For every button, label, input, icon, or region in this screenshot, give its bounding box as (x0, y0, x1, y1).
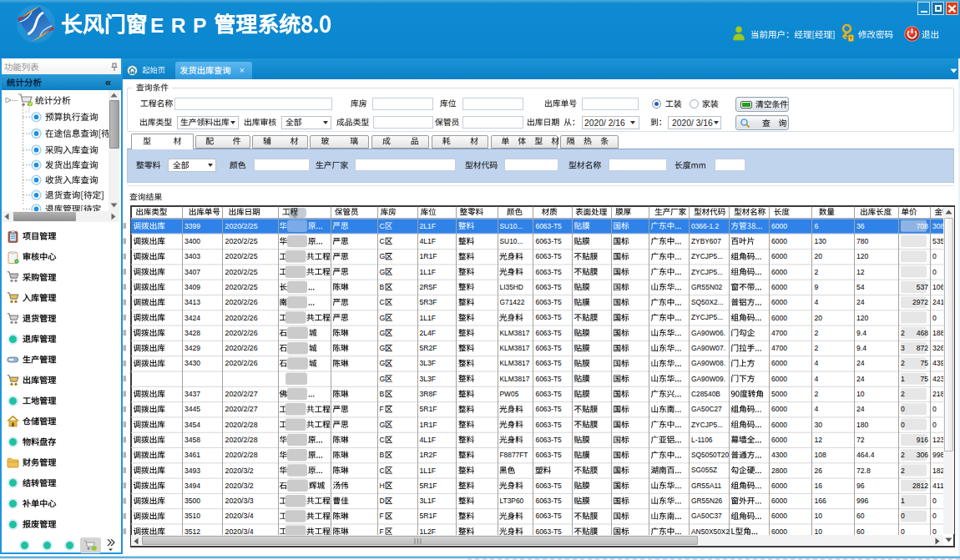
svg-text:G71422: G71422 (500, 298, 525, 306)
svg-text:6063-T5: 6063-T5 (536, 329, 563, 337)
svg-text:6063-T5: 6063-T5 (536, 512, 563, 520)
svg-text:96: 96 (856, 482, 865, 490)
svg-text:6000: 6000 (771, 283, 787, 291)
svg-text:G: G (380, 375, 386, 383)
svg-text:6063-T5: 6063-T5 (536, 268, 563, 276)
svg-text:3430: 3430 (184, 359, 200, 367)
svg-text:1: 1 (901, 375, 905, 383)
svg-text:2: 2 (901, 329, 905, 337)
svg-text:G: G (380, 252, 386, 260)
svg-text:60: 60 (856, 512, 865, 520)
svg-text:LI35HD: LI35HD (500, 283, 523, 291)
svg-text:GR55A11: GR55A11 (691, 482, 721, 490)
svg-text:3454: 3454 (184, 421, 200, 429)
svg-text:KLM3817: KLM3817 (500, 375, 530, 383)
svg-text:GA90W08.: GA90W08. (691, 359, 725, 367)
svg-text:H: H (380, 482, 385, 490)
svg-text:6063-T5: 6063-T5 (536, 497, 563, 505)
svg-text:60: 60 (856, 527, 865, 536)
svg-text:2020/2/27: 2020/2/27 (225, 390, 258, 398)
svg-text:24: 24 (856, 405, 865, 413)
svg-text:B: B (380, 390, 385, 398)
svg-text:KLM3817: KLM3817 (500, 329, 530, 337)
svg-text:108: 108 (815, 451, 827, 459)
svg-text:6063-T5: 6063-T5 (536, 313, 563, 321)
svg-text:1: 1 (901, 497, 905, 505)
svg-text:2020/2/26: 2020/2/26 (225, 329, 258, 337)
svg-text:4: 4 (815, 405, 819, 413)
svg-text:C: C (380, 298, 385, 306)
svg-text:130: 130 (815, 237, 827, 245)
svg-text:123: 123 (932, 436, 945, 444)
svg-text:GA50C27: GA50C27 (691, 405, 722, 413)
svg-text:0: 0 (932, 268, 937, 276)
svg-text:0: 0 (932, 405, 937, 413)
svg-text:C: C (380, 436, 385, 444)
svg-text:26: 26 (815, 467, 823, 475)
svg-text:6000: 6000 (771, 527, 787, 536)
svg-text:SG055Z: SG055Z (691, 466, 717, 474)
svg-text:6000: 6000 (771, 222, 787, 230)
svg-text:GA50C37: GA50C37 (691, 512, 722, 520)
svg-text:2: 2 (815, 329, 819, 337)
svg-text:306: 306 (917, 451, 929, 459)
svg-text:1R1F: 1R1F (420, 421, 437, 429)
svg-text:0: 0 (901, 512, 905, 520)
svg-text:12: 12 (815, 436, 823, 444)
svg-text:3494: 3494 (184, 482, 200, 490)
svg-text:6063-T5: 6063-T5 (536, 252, 563, 260)
svg-text:4: 4 (815, 359, 819, 367)
svg-text:326: 326 (932, 344, 945, 352)
svg-text:9: 9 (815, 283, 819, 291)
svg-text:2020/3/4: 2020/3/4 (225, 527, 254, 536)
svg-text:5R3F: 5R3F (420, 298, 437, 306)
svg-text:2: 2 (815, 344, 819, 352)
svg-text:2L1F: 2L1F (420, 222, 437, 230)
svg-text:L-1106: L-1106 (691, 436, 713, 444)
svg-text:D: D (380, 497, 385, 505)
svg-text:G: G (380, 268, 386, 276)
svg-text:537: 537 (917, 283, 929, 291)
svg-text:24: 24 (856, 375, 865, 383)
svg-text:LT3P60: LT3P60 (500, 497, 524, 505)
svg-text:2020/2/25: 2020/2/25 (225, 268, 258, 276)
svg-text:F: F (380, 512, 384, 520)
svg-text:2020/3/2: 2020/3/2 (225, 467, 254, 475)
svg-text:6000: 6000 (771, 375, 787, 383)
svg-text:72: 72 (856, 436, 865, 444)
svg-text:24: 24 (856, 298, 865, 306)
svg-text:1L1F: 1L1F (420, 314, 437, 322)
svg-text:5R1F: 5R1F (420, 512, 437, 520)
svg-text:3403: 3403 (184, 252, 200, 260)
svg-text:6000: 6000 (771, 237, 787, 245)
svg-text:996: 996 (856, 497, 869, 505)
svg-text:GR55N02: GR55N02 (691, 283, 723, 291)
svg-text:4700: 4700 (771, 344, 787, 352)
svg-text:2: 2 (901, 451, 905, 459)
svg-text:872: 872 (917, 344, 929, 352)
svg-text:30: 30 (815, 421, 823, 429)
svg-text:75: 75 (920, 359, 928, 367)
svg-text:6000: 6000 (771, 359, 787, 367)
svg-text:3429: 3429 (184, 344, 200, 352)
svg-text:1L2F: 1L2F (420, 527, 437, 536)
svg-text:6000: 6000 (771, 314, 787, 322)
svg-text:6000: 6000 (771, 268, 787, 276)
svg-text:6063-T5: 6063-T5 (536, 375, 563, 383)
svg-text:B: B (380, 451, 385, 459)
svg-text:3428: 3428 (184, 329, 200, 337)
svg-text:ZYCJP5...: ZYCJP5... (691, 252, 723, 260)
svg-text:6063-T5: 6063-T5 (536, 405, 563, 413)
svg-text:2800: 2800 (771, 467, 787, 475)
svg-text:SU10...: SU10... (500, 222, 523, 230)
svg-text:6063-T5: 6063-T5 (536, 344, 563, 352)
svg-text:10: 10 (815, 527, 823, 536)
svg-text:468: 468 (917, 329, 929, 337)
svg-text:3L3F: 3L3F (420, 375, 437, 383)
svg-text:2020/2/26: 2020/2/26 (225, 359, 258, 367)
svg-text:B: B (380, 283, 385, 291)
svg-text:ERP: ERP (150, 14, 214, 37)
svg-text:2: 2 (815, 268, 819, 276)
svg-text:464.4: 464.4 (856, 451, 875, 459)
svg-text:0: 0 (932, 497, 937, 505)
